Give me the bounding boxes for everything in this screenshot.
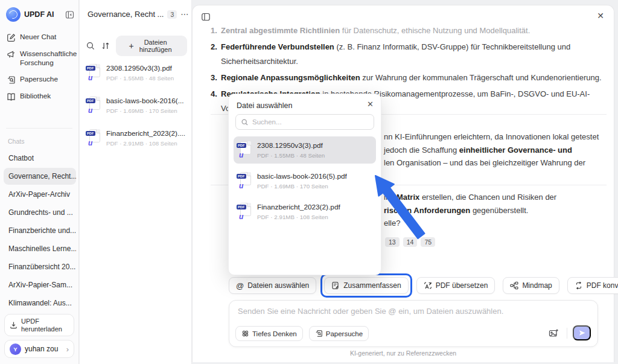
list-item-2: 2.Federführende Verbundstellen (z. B. Fi…: [211, 40, 610, 69]
file-name: 2308.12950v3(3).pdf: [106, 64, 174, 72]
sidebar-item-wissenschaftliche-forschung[interactable]: Wissenschaftliche Forschung: [4, 46, 76, 71]
chevron-right-icon: ›: [66, 345, 69, 354]
modal-title: Datei auswählen: [237, 101, 292, 110]
nav-label: Bibliothek: [20, 92, 51, 101]
mindmap-button[interactable]: Mindmap: [503, 277, 559, 294]
sidebar-item-bibliothek[interactable]: Bibliothek: [4, 88, 76, 105]
chat-item-chatbot[interactable]: Chatbot: [4, 150, 76, 167]
modal-file-list: PDFu 2308.12950v3(3).pdf PDF · 1.55MB · …: [234, 136, 376, 229]
file-panel-toolbar: + Dateien hinzufügen: [86, 36, 187, 56]
page-badge[interactable]: 14: [403, 237, 418, 247]
file-panel: Governance, Recht ... 3 ⋯ + Dateien hinz…: [80, 0, 192, 364]
sidebar-nav: Neuer Chat Wissenschaftliche Forschung P…: [4, 29, 76, 105]
chat-title: Governance, Recht ...: [88, 10, 164, 19]
convert-icon: [575, 281, 583, 290]
ai-disclaimer: KI-generiert, nur zu Referenzzwecken: [193, 350, 614, 357]
chat-item-governance-recht[interactable]: Governance, Recht...: [4, 168, 76, 185]
updf-logo-icon: [6, 7, 21, 22]
new-chat-icon: [7, 33, 16, 42]
paper-search-icon: [7, 75, 16, 85]
quick-actions-toolbar: @ Dateien auswählen Zusammenfassen: [229, 277, 618, 294]
file-meta: PDF · 1.55MB · 48 Seiten: [106, 75, 174, 81]
file-item[interactable]: PDFu 2308.12950v3(3).pdf PDF · 1.55MB · …: [84, 60, 189, 85]
text-fragment: rischen Anforderungen gegenüberstellt.: [384, 206, 528, 215]
pdf-convert-button[interactable]: PDF konvertieren: [567, 277, 618, 294]
text-fragment: ine Matrix erstellen, die Chancen und Ri…: [384, 193, 556, 202]
file-select-modal: Datei auswählen ✕ PDFu 2308.12950v3(3).p…: [228, 94, 381, 275]
plus-icon: +: [129, 41, 133, 51]
deep-thinking-chip[interactable]: Tiefes Denken: [235, 326, 303, 341]
summarize-button[interactable]: Zusammenfassen: [324, 277, 408, 294]
chats-section-label: Chats: [8, 138, 24, 145]
close-icon[interactable]: ✕: [597, 11, 604, 21]
chat-item-finanzberichte[interactable]: Finanzberichte und...: [4, 222, 76, 239]
modal-close-icon[interactable]: ✕: [367, 100, 374, 109]
page-reference-badges: 13 14 75: [385, 237, 435, 247]
text-fragment: elle?: [384, 219, 400, 228]
nav-label: Papersuche: [20, 75, 58, 84]
file-meta: PDF · 1.69MB · 170 Seiten: [106, 107, 184, 114]
file-item[interactable]: PDFu basic-laws-book-2016(... PDF · 1.69…: [84, 93, 189, 118]
page-badge[interactable]: 75: [421, 237, 435, 247]
select-files-button[interactable]: @ Dateien auswählen: [229, 277, 316, 294]
panel-toggle-icon[interactable]: [201, 12, 211, 22]
text-fragment: len Organisation – und das bei gleichzei…: [384, 158, 585, 167]
chat-item-arxiv-papier-sammlung[interactable]: ArXiv-Papier-Sam...: [4, 276, 76, 293]
list-item-3: 3.Regionale Anpassungsmöglichkeiten zur …: [211, 71, 610, 85]
pdf-file-icon: PDFu: [88, 97, 101, 113]
chat-item-grundrechts[interactable]: Grundrechts- und ...: [4, 204, 76, 221]
message-input[interactable]: [238, 307, 589, 316]
file-meta: PDF · 2.91MB · 108 Seiten: [257, 214, 340, 220]
brand-title: UPDF AI: [24, 10, 62, 19]
library-book-icon: [7, 92, 16, 101]
search-icon[interactable]: [86, 41, 95, 51]
modal-file-item[interactable]: PDFu basic-laws-book-2016(5).pdf PDF · 1…: [234, 167, 376, 194]
deep-thinking-icon: [241, 330, 249, 337]
papersuche-chip[interactable]: Papersuche: [309, 326, 369, 341]
chat-item-maschinelles-lernen[interactable]: Maschinelles Lerne...: [4, 240, 76, 257]
file-name: basic-laws-book-2016(5).pdf: [257, 172, 347, 180]
page-badge[interactable]: 13: [385, 237, 400, 247]
nav-label: Neuer Chat: [20, 33, 56, 42]
download-updf-button[interactable]: UPDF herunterladen: [4, 314, 74, 336]
modal-search-box[interactable]: [235, 114, 374, 130]
brand-row: UPDF AI: [6, 7, 74, 22]
insert-image-icon[interactable]: [549, 328, 559, 338]
sort-icon[interactable]: [101, 41, 110, 51]
chat-item-arxiv-paper-archiv[interactable]: ArXiv-Paper-Archiv: [4, 186, 76, 203]
add-files-button[interactable]: + Dateien hinzufügen: [116, 36, 187, 56]
sidebar-divider: [6, 128, 72, 129]
paper-search-icon: [315, 330, 323, 337]
file-meta: PDF · 2.91MB · 108 Seiten: [106, 140, 185, 147]
text-fragment: nn KI-Einführungen erleichtern, da Innov…: [384, 132, 599, 141]
file-name: basic-laws-book-2016(...: [106, 97, 184, 105]
composer-divider: [567, 328, 567, 339]
mindmap-icon: [510, 281, 518, 290]
more-menu-icon[interactable]: ⋯: [180, 10, 189, 19]
sidebar-item-neuer-chat[interactable]: Neuer Chat: [4, 29, 76, 46]
chat-item-klimawandel[interactable]: Klimawandel: Aus...: [4, 295, 76, 311]
search-icon: [241, 118, 249, 126]
file-name: 2308.12950v3(3).pdf: [257, 141, 325, 150]
sidebar-item-papersuche[interactable]: Papersuche: [4, 71, 76, 88]
modal-file-item-selected[interactable]: PDFu 2308.12950v3(3).pdf PDF · 1.55MB · …: [234, 136, 376, 164]
chat-item-finanzuebersicht[interactable]: Finanzübersicht 20...: [4, 258, 76, 275]
list-item-1: 1.Zentral abgestimmte Richtlinien für Da…: [211, 24, 610, 38]
file-item[interactable]: PDFu Finanzbericht_2023(2).... PDF · 2.9…: [84, 126, 189, 150]
send-button[interactable]: [573, 325, 591, 340]
at-icon: @: [236, 281, 244, 290]
download-button-label: UPDF herunterladen: [21, 318, 69, 333]
summarize-icon: [331, 281, 340, 290]
research-megaphone-icon: [7, 50, 16, 59]
file-count-badge: 3: [167, 10, 177, 19]
user-account-button[interactable]: Y yuhan zou ›: [4, 340, 74, 358]
pdf-translate-button[interactable]: PDF übersetzen: [416, 277, 495, 294]
modal-file-item[interactable]: PDFu Finanzbericht_2023(2).pdf PDF · 2.9…: [234, 198, 376, 225]
file-meta: PDF · 1.55MB · 48 Seiten: [257, 152, 325, 159]
file-panel-header: Governance, Recht ... 3 ⋯: [88, 10, 187, 19]
pdf-file-icon: PDFu: [88, 64, 101, 80]
collapse-sidebar-icon[interactable]: [65, 10, 74, 19]
modal-search-input[interactable]: [252, 118, 369, 126]
avatar: Y: [10, 343, 21, 355]
add-files-label: Dateien hinzufügen: [137, 39, 174, 54]
